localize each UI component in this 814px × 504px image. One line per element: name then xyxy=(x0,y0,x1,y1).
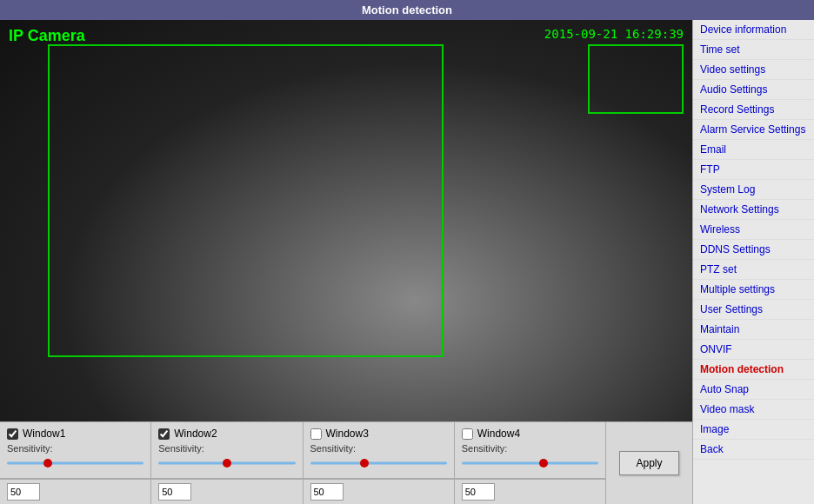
window1-header: Window1 xyxy=(7,428,143,440)
window1-slider-track xyxy=(7,462,143,465)
window4-checkbox[interactable] xyxy=(462,428,473,440)
windows-area: Window1 Sensitivity: Window2 xyxy=(0,422,605,504)
window3-checkbox[interactable] xyxy=(310,428,322,440)
window2-header: Window2 xyxy=(158,428,295,440)
window2-slider-thumb[interactable] xyxy=(223,459,231,468)
camera-view: IP Camera 2015-09-21 16:29:39 xyxy=(0,20,692,421)
title-bar: Motion detection xyxy=(0,0,814,20)
sidebar-item-network-settings[interactable]: Network Settings xyxy=(693,200,814,220)
window4-slider-thumb[interactable] xyxy=(539,459,548,468)
camera-label: IP Camera xyxy=(9,27,85,45)
window3-sensitivity-label: Sensitivity: xyxy=(310,443,447,454)
sidebar-item-video-mask[interactable]: Video mask xyxy=(693,400,814,420)
window3-slider-container xyxy=(310,457,447,469)
window3-value-input[interactable] xyxy=(310,483,344,501)
apply-col: Apply xyxy=(605,422,692,504)
window4-value-col xyxy=(455,480,605,504)
sidebar-item-video-settings[interactable]: Video settings xyxy=(693,60,814,80)
sidebar-item-multiple-settings[interactable]: Multiple settings xyxy=(693,280,814,300)
window4-slider-track xyxy=(462,462,598,465)
sidebar-item-audio-settings[interactable]: Audio Settings xyxy=(693,80,814,100)
sidebar-item-image[interactable]: Image xyxy=(693,420,814,440)
sidebar-item-device-information[interactable]: Device information xyxy=(693,20,814,40)
sidebar-item-ptz-set[interactable]: PTZ set xyxy=(693,260,814,280)
window4-label: Window4 xyxy=(477,428,520,440)
page-title: Motion detection xyxy=(362,3,452,17)
window4-header: Window4 xyxy=(462,428,598,440)
window1-value-input[interactable] xyxy=(7,483,40,501)
sidebar-item-maintain[interactable]: Maintain xyxy=(693,320,814,340)
sidebar-item-wireless[interactable]: Wireless xyxy=(693,220,814,240)
window2-value-input[interactable] xyxy=(158,483,191,501)
window4-slider-container xyxy=(462,457,598,469)
controls-panel: Window1 Sensitivity: Window2 xyxy=(0,421,692,504)
window3-label: Window3 xyxy=(326,428,369,440)
apply-button[interactable]: Apply xyxy=(619,451,678,475)
sidebar-item-email[interactable]: Email xyxy=(693,140,814,160)
sidebar-item-time-set[interactable]: Time set xyxy=(693,40,814,60)
sidebar-item-user-settings[interactable]: User Settings xyxy=(693,300,814,320)
values-row xyxy=(0,479,605,504)
window2-label: Window2 xyxy=(174,428,217,440)
sidebar-item-back[interactable]: Back xyxy=(693,440,814,460)
sidebar-item-ddns-settings[interactable]: DDNS Settings xyxy=(693,240,814,260)
detection-box-corner xyxy=(588,44,684,114)
window4-value-input[interactable] xyxy=(462,483,495,501)
window4-sensitivity-label: Sensitivity: xyxy=(462,443,598,454)
window1-label: Window1 xyxy=(23,428,65,440)
sidebar-item-onvif[interactable]: ONVIF xyxy=(693,340,814,360)
window1-value-col xyxy=(0,480,151,504)
window3-slider-thumb[interactable] xyxy=(360,459,369,468)
window3-value-col xyxy=(304,480,455,504)
controls-row: Window1 Sensitivity: Window2 xyxy=(0,422,692,504)
window2-checkbox[interactable] xyxy=(158,428,170,440)
window1-checkbox[interactable] xyxy=(7,428,18,440)
sidebar-item-motion-detection[interactable]: Motion detection xyxy=(693,360,814,380)
main-layout: IP Camera 2015-09-21 16:29:39 Window1 xyxy=(0,20,814,504)
window2-slider-container xyxy=(158,457,295,469)
detection-box-main xyxy=(48,44,444,357)
window1-col: Window1 Sensitivity: xyxy=(0,422,151,478)
window2-value-col xyxy=(151,480,303,504)
camera-timestamp: 2015-09-21 16:29:39 xyxy=(544,27,684,41)
sidebar-item-system-log[interactable]: System Log xyxy=(693,180,814,200)
windows-header-row: Window1 Sensitivity: Window2 xyxy=(0,422,605,479)
sidebar-item-alarm-service-settings[interactable]: Alarm Service Settings xyxy=(693,120,814,140)
window2-sensitivity-label: Sensitivity: xyxy=(158,443,295,454)
window3-header: Window3 xyxy=(310,428,447,440)
window1-sensitivity-label: Sensitivity: xyxy=(7,443,143,454)
sidebar-item-ftp[interactable]: FTP xyxy=(693,160,814,180)
window1-slider-thumb[interactable] xyxy=(43,459,52,468)
sidebar-item-record-settings[interactable]: Record Settings xyxy=(693,100,814,120)
window3-slider-track xyxy=(310,462,447,465)
sidebar-item-auto-snap[interactable]: Auto Snap xyxy=(693,380,814,400)
content-area: IP Camera 2015-09-21 16:29:39 Window1 xyxy=(0,20,692,504)
window1-slider-container xyxy=(7,457,143,469)
window3-col: Window3 Sensitivity: xyxy=(304,422,455,478)
sidebar: Device informationTime setVideo settings… xyxy=(692,20,814,504)
window4-col: Window4 Sensitivity: xyxy=(455,422,605,478)
window2-col: Window2 Sensitivity: xyxy=(151,422,303,478)
